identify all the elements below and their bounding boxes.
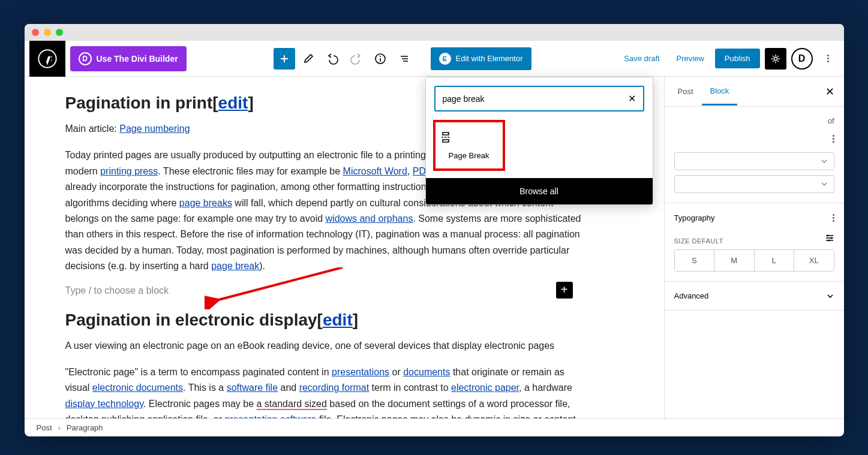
empty-block-row[interactable]: Type / to choose a block + (65, 285, 588, 296)
page-break-icon (439, 131, 499, 144)
info-icon (374, 53, 386, 65)
divi-icon: D (79, 52, 92, 65)
paragraph-user-viewing[interactable]: A user viewing an electronic page on an … (65, 338, 588, 354)
link-electronic-paper[interactable]: electronic paper (451, 382, 519, 393)
link-ms-word[interactable]: Microsoft Word (343, 166, 407, 176)
link-printing-press[interactable]: printing press (100, 166, 158, 176)
clear-search-button[interactable]: ✕ (628, 93, 636, 104)
elementor-icon: E (439, 53, 451, 65)
block-inserter-popover: ✕ Page Break Browse all (425, 77, 653, 205)
text-standard-sized: a standard sized (257, 399, 327, 409)
plus-icon (278, 53, 290, 65)
tab-post[interactable]: Post (669, 79, 702, 104)
redo-icon (350, 53, 362, 65)
link-page-breaks[interactable]: page breaks (179, 198, 232, 208)
more-options-button[interactable] (818, 48, 839, 70)
tab-block[interactable]: Block (702, 78, 738, 106)
page-break-block-result[interactable]: Page Break (433, 120, 505, 171)
info-button[interactable] (370, 48, 391, 70)
settings-sidebar: Post Block ✕ x of (664, 77, 844, 418)
minimize-window-button[interactable] (44, 29, 51, 36)
preview-button[interactable]: Preview (671, 49, 710, 68)
browse-all-button[interactable]: Browse all (426, 178, 653, 204)
redo-button[interactable] (346, 48, 367, 70)
chevron-right-icon: › (58, 423, 61, 432)
breadcrumb: Post › Paragraph (25, 418, 844, 436)
edit-section-link[interactable]: edit (218, 94, 248, 112)
undo-button[interactable] (322, 48, 343, 70)
divi-ring-button[interactable]: D (791, 48, 813, 70)
editor-topbar: D Use The Divi Builder E Edit with Eleme… (25, 41, 844, 77)
svg-point-7 (828, 240, 830, 242)
save-draft-button[interactable]: Save draft (618, 49, 665, 68)
inline-add-block-button[interactable]: + (556, 282, 573, 299)
link-widows-orphans[interactable]: widows and orphans (326, 213, 413, 224)
link-page-numbering[interactable]: Page numbering (119, 123, 190, 134)
partial-text: of (828, 116, 834, 125)
elementor-label: Edit with Elementor (456, 54, 523, 63)
link-electronic-documents[interactable]: electronic documents (92, 382, 183, 393)
edit-mode-button[interactable] (298, 48, 319, 70)
toolbar-icon-group (274, 48, 415, 70)
link-display-technology[interactable]: display technology (65, 399, 143, 409)
paragraph-electronic-page[interactable]: "Electronic page" is a term to encompass… (65, 364, 588, 418)
chevron-down-icon (821, 180, 828, 188)
close-window-button[interactable] (32, 29, 39, 36)
color-section: x of (665, 107, 844, 203)
size-m[interactable]: M (714, 250, 755, 271)
add-block-button[interactable] (274, 48, 295, 70)
maximize-window-button[interactable] (56, 29, 63, 36)
use-divi-builder-button[interactable]: D Use The Divi Builder (70, 46, 187, 71)
breadcrumb-post[interactable]: Post (37, 423, 52, 432)
size-xl[interactable]: XL (794, 250, 834, 271)
typography-options-icon[interactable] (833, 213, 834, 223)
block-search-field[interactable]: ✕ (434, 86, 644, 112)
block-result-label: Page Break (439, 151, 499, 160)
sliders-icon[interactable] (825, 234, 834, 242)
block-placeholder[interactable]: Type / to choose a block (65, 285, 588, 296)
advanced-label: Advanced (674, 291, 709, 300)
divi-label: Use The Divi Builder (97, 54, 178, 64)
size-buttons: S M L XL (674, 249, 834, 272)
size-s[interactable]: S (675, 250, 715, 271)
svg-point-5 (827, 235, 828, 237)
advanced-accordion[interactable]: Advanced (665, 282, 844, 311)
chevron-down-icon (826, 292, 834, 300)
link-presentations[interactable]: presentations (332, 367, 389, 377)
svg-point-6 (830, 237, 832, 239)
wordpress-icon (38, 49, 57, 68)
block-search-input[interactable] (443, 94, 628, 104)
undo-icon (326, 53, 338, 65)
kebab-icon (827, 53, 829, 64)
settings-button[interactable] (765, 48, 786, 70)
macos-titlebar (25, 24, 844, 41)
typography-section: Typography SIZE DEFAULT S M L XL (665, 203, 844, 282)
gear-icon (770, 53, 781, 64)
color-select-2[interactable] (674, 175, 834, 193)
publish-button[interactable]: Publish (715, 49, 760, 68)
link-page-break[interactable]: page break (211, 261, 259, 271)
link-recording-format[interactable]: recording format (299, 382, 370, 393)
link-presentation-software[interactable]: presentation software (224, 414, 316, 418)
link-documents[interactable]: documents (403, 367, 450, 377)
heading-pagination-electronic[interactable]: Pagination in electronic display[edit] (65, 311, 588, 330)
chevron-down-icon (821, 158, 828, 165)
wordpress-logo-button[interactable] (29, 41, 65, 77)
window: D Use The Divi Builder E Edit with Eleme… (25, 24, 844, 436)
svg-point-3 (774, 57, 777, 60)
pencil-icon (302, 53, 314, 65)
list-icon (398, 53, 410, 65)
typography-label: Typography (674, 213, 715, 222)
close-sidebar-button[interactable]: ✕ (821, 80, 839, 103)
edit-section-link-2[interactable]: edit (323, 311, 353, 329)
section-options-icon[interactable] (833, 134, 834, 144)
edit-with-elementor-button[interactable]: E Edit with Elementor (431, 47, 531, 70)
breadcrumb-paragraph[interactable]: Paragraph (67, 423, 103, 432)
link-software-file[interactable]: software file (227, 382, 278, 393)
outline-button[interactable] (394, 48, 415, 70)
size-l[interactable]: L (755, 250, 795, 271)
color-select[interactable] (674, 152, 834, 170)
sidebar-tabs: Post Block ✕ (665, 77, 844, 107)
svg-point-2 (380, 56, 381, 57)
